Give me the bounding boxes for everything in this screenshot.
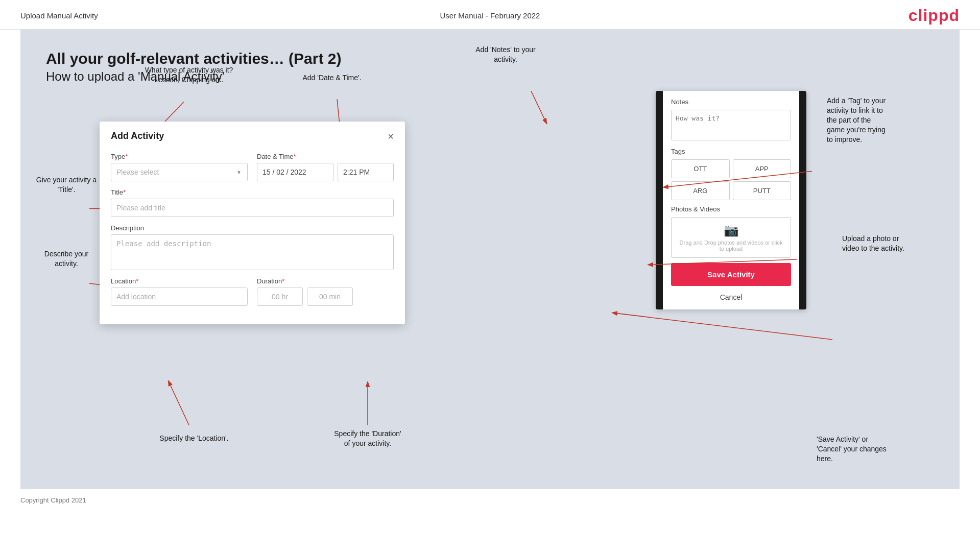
phone-inner: Notes Tags OTT APP ARG PUTT Photos & Vid… [663, 91, 799, 309]
type-select-wrapper: Please select [111, 163, 248, 181]
phone-panel: Notes Tags OTT APP ARG PUTT Photos & Vid… [656, 91, 806, 309]
tag-annotation: Add a 'Tag' to youractivity to link it t… [827, 96, 939, 144]
cancel-button[interactable]: Cancel [671, 290, 791, 304]
type-group: Type* Please select [111, 153, 248, 181]
upload-area[interactable]: 📷 Drag and Drop photos and videos or cli… [671, 217, 791, 258]
datetime-annotation: Add 'Date & Time'. [286, 73, 378, 83]
duration-min-input[interactable] [307, 288, 353, 306]
duration-hr-input[interactable] [257, 288, 303, 306]
location-duration-row: Location* Duration* [111, 277, 394, 306]
duration-label: Duration* [257, 277, 394, 285]
tag-arg[interactable]: ARG [671, 181, 730, 200]
svg-line-4 [169, 381, 189, 425]
location-label: Location* [111, 277, 248, 285]
top-bar: Upload Manual Activity User Manual - Feb… [0, 0, 980, 30]
add-activity-modal: Add Activity × Type* Please select [100, 122, 405, 324]
datetime-label: Date & Time* [257, 153, 394, 160]
footer: Copyright Clippd 2021 [0, 489, 980, 511]
tag-ott[interactable]: OTT [671, 159, 730, 178]
description-label: Description [111, 224, 394, 232]
date-input[interactable] [257, 163, 333, 181]
tag-app[interactable]: APP [733, 159, 792, 178]
modal-body: Type* Please select Date & Time* [100, 148, 405, 324]
description-row: Description [111, 224, 394, 270]
type-annotation: What type of activity was it?Lesson, Chi… [138, 65, 240, 85]
title-row: Title* [111, 188, 394, 217]
svg-line-9 [613, 313, 832, 340]
title-label: Title* [111, 188, 394, 196]
manual-label: User Manual - February 2022 [440, 11, 540, 20]
modal-header: Add Activity × [100, 122, 405, 148]
photos-label: Photos & Videos [671, 205, 791, 213]
datetime-inputs [257, 163, 394, 181]
location-annotation: Specify the 'Location'. [146, 434, 243, 443]
description-annotation: Describe youractivity. [36, 249, 97, 269]
modal-close-button[interactable]: × [388, 131, 394, 141]
time-input[interactable] [338, 163, 394, 181]
upload-annotation: Upload a photo orvideo to the activity. [842, 234, 939, 253]
tags-grid: OTT APP ARG PUTT [671, 159, 791, 200]
svg-line-6 [531, 91, 546, 123]
title-group: Title* [111, 188, 394, 217]
type-datetime-row: Type* Please select Date & Time* [111, 153, 394, 181]
save-annotation: 'Save Activity' or'Cancel' your changesh… [817, 435, 939, 464]
location-group: Location* [111, 277, 248, 306]
title-annotation: Give your activity a'Title'. [36, 175, 97, 195]
notes-textarea[interactable] [671, 110, 791, 140]
modal-title: Add Activity [111, 131, 164, 141]
notes-annotation: Add 'Notes' to youractivity. [460, 45, 552, 64]
tags-label: Tags [671, 148, 791, 155]
location-input[interactable] [111, 288, 248, 306]
type-label: Type* [111, 153, 248, 160]
main-content: All your golf-relevant activities… (Part… [20, 30, 960, 489]
duration-group: Duration* [257, 277, 394, 306]
copyright-text: Copyright Clippd 2021 [20, 496, 86, 504]
duration-inputs [257, 288, 394, 306]
description-input[interactable] [111, 234, 394, 270]
description-group: Description [111, 224, 394, 270]
datetime-group: Date & Time* [257, 153, 394, 181]
upload-text: Drag and Drop photos and videos or click… [672, 239, 791, 252]
duration-annotation: Specify the 'Duration'of your activity. [317, 429, 419, 448]
title-input[interactable] [111, 199, 394, 217]
save-activity-button[interactable]: Save Activity [671, 263, 791, 286]
logo: clippd [909, 6, 960, 25]
tag-putt[interactable]: PUTT [733, 181, 792, 200]
page-label: Upload Manual Activity [20, 11, 98, 20]
notes-label: Notes [671, 98, 791, 106]
upload-icon: 📷 [724, 223, 739, 237]
type-select[interactable]: Please select [111, 163, 248, 181]
